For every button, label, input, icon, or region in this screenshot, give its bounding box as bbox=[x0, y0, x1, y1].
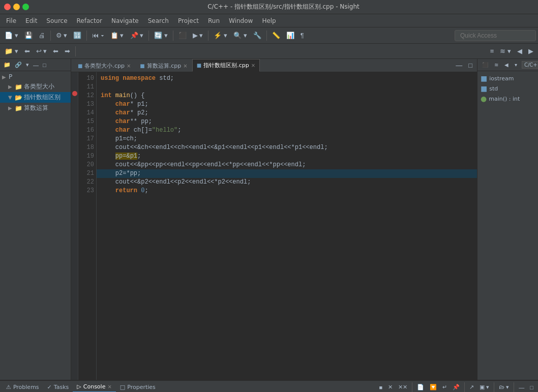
tool-btn-7[interactable]: 🔍 ▾ bbox=[231, 30, 250, 41]
line-13: char* p1; bbox=[101, 101, 148, 108]
tab-close-3[interactable]: × bbox=[251, 63, 255, 68]
console-new-btn[interactable]: 🗁 ▾ bbox=[496, 382, 512, 393]
outline-icon-1: ■ bbox=[481, 74, 487, 82]
tab-file3[interactable]: ■ 指针数组区别.cpp × bbox=[192, 59, 260, 72]
line-23: return 0; bbox=[101, 187, 148, 194]
menu-file[interactable]: File bbox=[2, 16, 20, 26]
tb2-btn-4[interactable]: ⬅ bbox=[50, 46, 61, 56]
outline-btn-2[interactable]: ≋ bbox=[492, 61, 501, 69]
tb2-btn-5[interactable]: ➡ bbox=[62, 46, 73, 56]
debug-btn-2[interactable]: ▶ ▾ bbox=[190, 30, 206, 41]
tab-icon-3: ■ bbox=[197, 63, 201, 68]
code-editor-content[interactable]: using namespace std; int main() { char* … bbox=[97, 72, 477, 380]
console-pin-btn[interactable]: 📌 bbox=[450, 382, 462, 393]
run-button[interactable]: 🔄 ▾ bbox=[152, 30, 170, 41]
menu-help[interactable]: Help bbox=[258, 16, 280, 26]
save-button[interactable]: 💾 bbox=[22, 30, 35, 41]
tab-file1[interactable]: ■ 各类型大小.cpp × bbox=[73, 59, 135, 72]
tree-item-project2[interactable]: ▼ 📂 指针数组区别 bbox=[0, 92, 71, 103]
tb2-sep-1 bbox=[75, 46, 76, 56]
menu-search[interactable]: Search bbox=[144, 16, 173, 26]
tool-btn-8[interactable]: 🔧 bbox=[251, 30, 264, 41]
console-close-btn[interactable]: ✕ bbox=[385, 382, 395, 393]
window-title: C/C++ - 指针数组区别/src/指针数组区别.cpp - Nsight bbox=[33, 3, 534, 11]
outline-btn-3[interactable]: ◀ bbox=[502, 61, 511, 69]
bottom-tab-properties[interactable]: □ Properties bbox=[116, 382, 160, 392]
explorer-menu-btn[interactable]: ▾ bbox=[24, 61, 31, 69]
console-word-wrap-btn[interactable]: ↵ bbox=[440, 382, 450, 393]
lang-selector[interactable]: C/C++ bbox=[522, 61, 538, 69]
tab-close-2[interactable]: × bbox=[183, 63, 187, 69]
outline-label-2: std bbox=[489, 85, 498, 92]
line-17: p1=ch; bbox=[101, 135, 137, 142]
tb2-btn-7[interactable]: ≋ ▾ bbox=[497, 46, 514, 56]
tb2-btn-1[interactable]: 📁 ▾ bbox=[2, 46, 21, 56]
bottom-tab-console[interactable]: ▷ Console × bbox=[73, 382, 116, 392]
explorer-sync-btn[interactable]: 🔗 bbox=[13, 61, 23, 69]
tool-btn-1[interactable]: ⚙ ▾ bbox=[53, 30, 70, 41]
tool-btn-3[interactable]: ⏮ ▾ bbox=[89, 30, 107, 41]
title-bar: C/C++ - 指针数组区别/src/指针数组区别.cpp - Nsight bbox=[0, 0, 538, 14]
tb2-btn-9[interactable]: ▶ bbox=[526, 46, 536, 56]
explorer-maximize-btn[interactable]: □ bbox=[41, 61, 48, 69]
menu-navigate[interactable]: Navigate bbox=[107, 16, 143, 26]
tab-maximize-btn[interactable]: □ bbox=[466, 60, 475, 71]
outline-item-2[interactable]: ■ std bbox=[480, 83, 536, 94]
menu-refactor[interactable]: Refactor bbox=[73, 16, 106, 26]
console-clear-btn[interactable]: ✕✕ bbox=[396, 382, 410, 393]
outline-item-1[interactable]: ■ iostream bbox=[480, 73, 536, 83]
tasks-label: Tasks bbox=[54, 384, 69, 390]
tree-item-project1[interactable]: ▶ 📁 各类型大小 bbox=[0, 81, 71, 92]
tb2-btn-8[interactable]: ◀ bbox=[515, 46, 525, 56]
bottom-maximize-btn[interactable]: □ bbox=[527, 382, 536, 393]
tasks-icon: ✓ bbox=[47, 384, 52, 390]
quick-access-input[interactable] bbox=[455, 30, 536, 41]
project-explorer-panel: 📁 🔗 ▾ — □ ▶ P ▶ 📁 各类型大小 ▼ 📂 指针数组区别 ▶ bbox=[0, 59, 71, 380]
tree-item-root[interactable]: ▶ P bbox=[0, 72, 71, 81]
minimize-button[interactable] bbox=[13, 4, 20, 10]
debug-btn-1[interactable]: ⬛ bbox=[176, 30, 189, 41]
toolbar-2: 📁 ▾ ⬅ ↩ ▾ ⬅ ➡ ≡ ≋ ▾ ◀ ▶ bbox=[0, 44, 538, 59]
explorer-minimize-btn[interactable]: — bbox=[32, 61, 40, 69]
console-filter-btn[interactable]: 🔽 bbox=[427, 382, 439, 393]
menu-window[interactable]: Window bbox=[225, 16, 257, 26]
new-button[interactable]: 📄 ▾ bbox=[2, 30, 21, 41]
outline-btn-4[interactable]: ▾ bbox=[512, 61, 520, 69]
tb2-btn-3[interactable]: ↩ ▾ bbox=[34, 46, 50, 56]
console-view-btn[interactable]: ▣ ▾ bbox=[477, 382, 492, 393]
outline-btn-1[interactable]: ⬛ bbox=[480, 61, 491, 69]
console-tab-close[interactable]: × bbox=[107, 384, 111, 389]
explorer-collapse-btn[interactable]: 📁 bbox=[2, 61, 12, 69]
folder-icon-1: 📁 bbox=[15, 83, 22, 91]
tool-btn-5[interactable]: 📌 ▾ bbox=[128, 30, 146, 41]
tool-btn-4[interactable]: 📋 ▾ bbox=[108, 30, 127, 41]
tb2-btn-6[interactable]: ≡ bbox=[488, 46, 497, 56]
maximize-button[interactable] bbox=[22, 4, 29, 10]
tool-btn-9[interactable]: 📏 bbox=[270, 30, 283, 41]
tool-btn-2[interactable]: 🔢 bbox=[71, 30, 84, 41]
outline-item-3[interactable]: ● main() : int bbox=[480, 94, 536, 104]
menu-run[interactable]: Run bbox=[204, 16, 224, 26]
bottom-minimize-btn[interactable]: — bbox=[516, 382, 527, 393]
folder-icon-3: 📁 bbox=[15, 105, 22, 112]
tool-btn-6[interactable]: ⚡ ▾ bbox=[211, 30, 230, 41]
outline-label-3: main() : int bbox=[489, 96, 520, 102]
menu-edit[interactable]: Edit bbox=[21, 16, 41, 26]
tb2-btn-2[interactable]: ⬅ bbox=[22, 46, 33, 56]
bottom-tab-tasks[interactable]: ✓ Tasks bbox=[43, 382, 73, 392]
console-open-btn[interactable]: ↗ bbox=[467, 382, 476, 393]
tool-btn-11[interactable]: ¶ bbox=[298, 30, 307, 41]
menu-source[interactable]: Source bbox=[42, 16, 71, 26]
print-button[interactable]: 🖨 bbox=[36, 30, 48, 41]
close-button[interactable] bbox=[4, 4, 11, 10]
console-scroll-btn[interactable]: 📄 bbox=[414, 382, 427, 393]
bottom-tab-problems[interactable]: ⚠ Problems bbox=[2, 382, 43, 392]
tab-file2[interactable]: ■ 算数运算.cpp × bbox=[135, 59, 192, 72]
console-stop-btn[interactable]: ■ bbox=[377, 382, 385, 393]
tab-minimize-btn[interactable]: — bbox=[453, 60, 465, 71]
tab-close-1[interactable]: × bbox=[127, 63, 131, 69]
tree-item-project3[interactable]: ▶ 📁 算数运算 bbox=[0, 103, 71, 113]
menu-project[interactable]: Project bbox=[174, 16, 203, 26]
tool-btn-10[interactable]: 📊 bbox=[284, 30, 297, 41]
line-18: cout<<&ch<<endl<<ch<<endl<<&p1<<endl<<p1… bbox=[101, 144, 328, 151]
